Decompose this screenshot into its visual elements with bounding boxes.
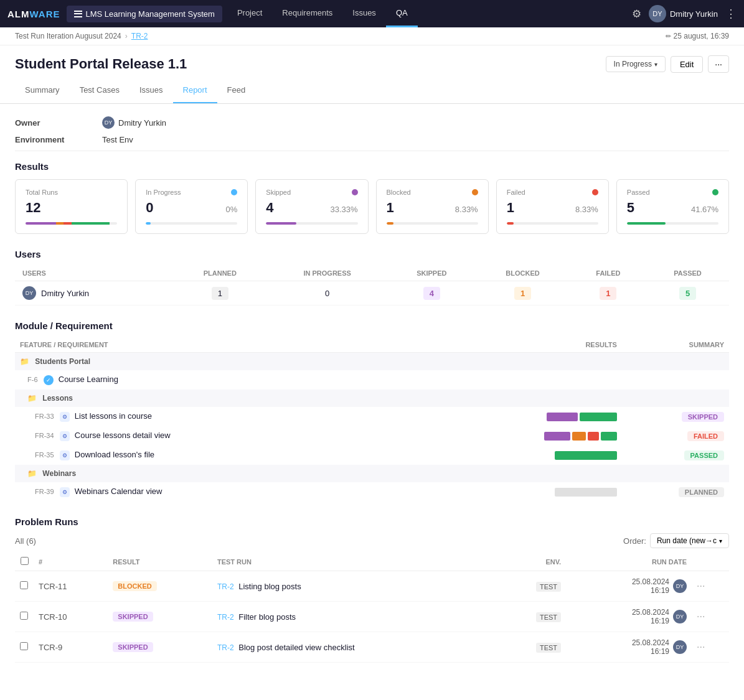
breadcrumb-link[interactable]: TR-2 [131,32,148,40]
pr-more-tcr10[interactable]: ··· [697,611,705,622]
pr-more-tcr9[interactable]: ··· [697,642,705,652]
tab-issues[interactable]: Issues [129,78,173,103]
req-row-fr33[interactable]: FR-33 ⚙ List lessons in course SKIPPED [15,407,729,426]
project-selector-btn[interactable]: LMS Learning Management System [67,6,222,22]
col-rundate: RUN DATE [566,553,692,571]
status-badge[interactable]: In Progress ▾ [606,56,666,72]
stat-card-blocked: Blocked 1 8.33% [376,179,489,234]
user-planned: 1 [173,281,266,306]
user-row-name: Dmitry Yurkin [41,289,89,298]
user-passed: 5 [646,281,729,306]
nav-item-requirements[interactable]: Requirements [272,0,342,27]
nav-item-project[interactable]: Project [227,0,272,27]
stat-dot-failed [592,189,598,195]
col-summary: SUMMARY [622,337,729,353]
env-value: Test Env [102,135,133,144]
col-env: ENV. [498,553,566,571]
folder-label-lessons: Lessons [42,394,73,403]
topnav-more-icon[interactable]: ⋮ [725,7,737,21]
order-dropdown[interactable]: Run date (new→c ▾ [650,533,729,548]
page-title: Student Portal Release 1.1 [15,56,187,72]
nav-item-qa[interactable]: QA [386,0,418,27]
user-menu[interactable]: DY Dmitry Yurkin [649,5,718,22]
pr-more-tcr11[interactable]: ··· [697,581,705,591]
tab-test-cases[interactable]: Test Cases [70,78,129,103]
req-icon-fr34: ⚙ [60,431,70,441]
col-testrun: TEST RUN [212,553,498,571]
req-id-fr39: FR-39 [35,488,54,495]
chevron-down-order-icon: ▾ [719,538,722,544]
pr-date-tcr10: 25.08.2024 [632,608,669,617]
stat-card-inprogress: In Progress 0 0% [135,179,248,234]
select-all-checkbox[interactable] [21,557,29,565]
col-inprogress: IN PROGRESS [266,266,388,281]
req-icon-fr35: ⚙ [60,450,70,460]
logo: ALMWARE [7,9,60,19]
feature-id: F-6 [27,376,38,383]
hamburger-icon [74,11,82,17]
nav-item-issues[interactable]: Issues [342,0,386,27]
pr-checkbox-tcr9[interactable] [20,642,28,650]
req-row-fr35[interactable]: FR-35 ⚙ Download lesson's file PASSED [15,446,729,465]
pr-avatar-tcr9: DY [673,640,687,654]
stat-dot-inprogress [231,189,237,195]
tab-report[interactable]: Report [173,78,217,103]
edit-button[interactable]: Edit [671,56,703,73]
env-row: Environment Test Env [15,135,729,144]
req-label-fr34: Course lessons detail view [75,431,171,440]
breadcrumb-date: ✏ 25 august, 16:39 [666,32,729,40]
col-skipped: SKIPPED [388,266,475,281]
pr-tr-link-tcr9[interactable]: TR-2 [217,643,234,652]
req-id-fr34: FR-34 [35,432,54,439]
stat-bar-blocked [387,222,478,225]
feature-row-course-learning: F-6 ✓ Course Learning [15,370,729,390]
pr-checkbox-tcr10[interactable] [20,612,28,620]
req-id-fr35: FR-35 [35,451,54,459]
pr-row-tcr10: TCR-10 SKIPPED TR-2 Filter blog posts TE… [15,602,729,632]
results-title: Results [15,161,729,172]
pr-checkbox-tcr11[interactable] [20,581,28,589]
col-actions [692,553,729,571]
stat-row-inprogress: 0 0% [146,200,237,216]
settings-icon[interactable]: ⚙ [632,7,641,21]
stat-label-passed: Passed [627,189,718,196]
order-value: Run date (new→c [657,536,717,545]
stat-value-total: 12 [26,200,117,216]
multibar [26,222,117,225]
col-result: RESULT [108,553,212,571]
col-checkbox [15,553,34,571]
stat-pct-skipped: 33.33% [330,205,357,214]
page-header: Student Portal Release 1.1 In Progress ▾… [0,45,744,78]
pr-row-tcr11: TCR-11 BLOCKED TR-2 Listing blog posts T… [15,571,729,602]
stat-card-total: Total Runs 12 [15,179,128,234]
pencil-icon: ✏ [666,32,671,40]
folder-label: Students Portal [35,357,90,366]
stat-pct-inprogress: 0% [226,205,238,214]
req-icon-fr39: ⚙ [60,487,70,497]
stat-label-inprogress: In Progress [146,189,237,196]
req-row-fr34[interactable]: FR-34 ⚙ Course lessons detail view FAILE… [15,426,729,446]
req-row-fr39[interactable]: FR-39 ⚙ Webinars Calendar view PLANNED [15,482,729,502]
tab-summary[interactable]: Summary [15,78,70,103]
pr-tr-link-tcr10[interactable]: TR-2 [217,613,234,622]
folder-row-webinars: 📁 Webinars [15,465,729,482]
folder-icon-webinars: 📁 [27,469,37,478]
pr-tr-link-tcr11[interactable]: TR-2 [217,582,234,591]
req-label-fr39: Webinars Calendar view [75,487,162,496]
pr-env-tcr9: TEST [536,643,561,653]
stat-bar-passed [627,222,718,225]
stat-bar-inprogress [146,222,237,225]
user-failed: 1 [570,281,647,306]
summary-badge-fr34: FAILED [687,431,724,441]
stat-pct-failed: 8.33% [575,205,598,214]
tab-feed[interactable]: Feed [217,78,256,103]
pr-name-tcr10: Filter blog posts [238,612,296,622]
stat-pct-passed: 41.67% [691,205,718,214]
pr-time-tcr10: 16:19 [632,617,669,625]
stat-bar-failed [507,222,598,225]
more-options-button[interactable]: ··· [708,55,729,73]
stat-value-failed: 1 [507,200,514,216]
order-label: Order: [623,536,646,546]
pr-time-tcr9: 16:19 [632,647,669,656]
folder-label-webinars: Webinars [42,469,76,478]
